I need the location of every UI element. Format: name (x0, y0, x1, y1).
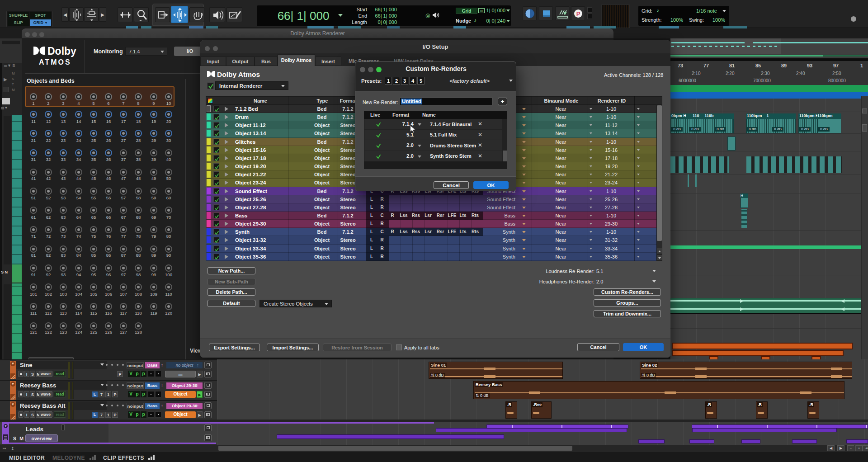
svg-text:P: P (576, 10, 580, 17)
svg-text:Dolby: Dolby (47, 47, 76, 57)
svg-text:Dolby Atmos: Dolby Atmos (217, 71, 260, 78)
svg-text:ATMOS: ATMOS (39, 58, 71, 66)
